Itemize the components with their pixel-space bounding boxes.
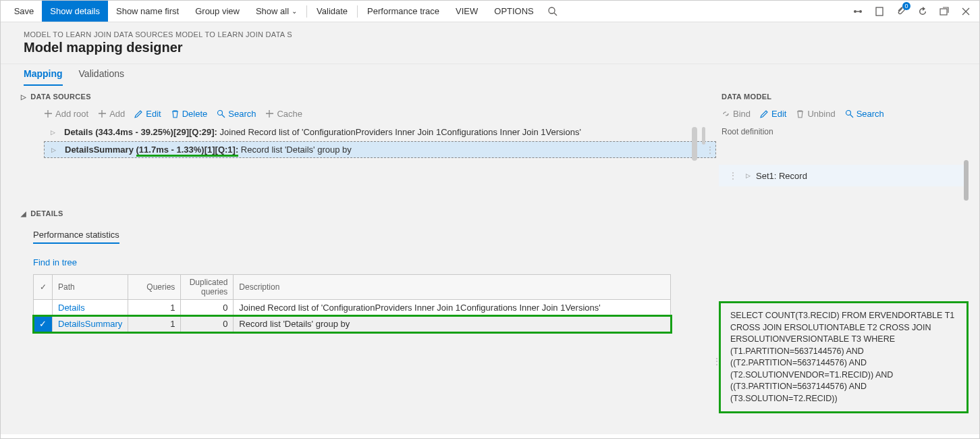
breadcrumb: MODEL TO LEARN JOIN DATA SOURCES MODEL T…	[24, 30, 966, 38]
desc-cell: Joined Record list of 'ConfigurationProv…	[234, 300, 671, 316]
svg-point-3	[859, 10, 862, 13]
expand-icon[interactable]: ▷	[51, 147, 56, 153]
svg-line-10	[222, 115, 225, 118]
tab-mapping[interactable]: Mapping	[24, 64, 63, 86]
dup-cell: 0	[181, 316, 234, 332]
show-details-button[interactable]: Show details	[42, 1, 108, 22]
sql-query-box: SELECT COUNT(T3.RECID) FROM ERVENDORTABL…	[719, 301, 969, 413]
popout-button[interactable]	[933, 1, 955, 22]
data-sources-tree: ▷ Details (343.4ms - 39.25%)[29][Q:29]: …	[14, 124, 716, 165]
show-name-first-button[interactable]: Show name first	[108, 1, 187, 22]
row-check[interactable]	[34, 300, 53, 316]
trash-icon	[171, 109, 180, 118]
office-icon[interactable]	[869, 1, 890, 22]
search-icon	[845, 109, 854, 118]
plus-icon	[44, 109, 53, 118]
grip-icon[interactable]: ⋮	[703, 145, 717, 155]
top-toolbar: Save Show details Show name first Group …	[1, 1, 979, 22]
options-menu[interactable]: OPTIONS	[486, 1, 542, 22]
col-description[interactable]: Description	[234, 275, 671, 300]
group-view-button[interactable]: Group view	[187, 1, 248, 22]
bind-button[interactable]: Bind	[722, 109, 751, 119]
close-icon	[960, 6, 971, 17]
tab-performance-statistics[interactable]: Performance statistics	[33, 227, 119, 244]
data-sources-header: ▷ DATA SOURCES	[14, 86, 716, 106]
svg-point-2	[854, 10, 856, 13]
show-all-label: Show all	[256, 6, 289, 16]
view-menu[interactable]: VIEW	[447, 1, 486, 22]
grip-icon[interactable]: ⋮	[709, 356, 724, 367]
link-icon	[722, 109, 730, 118]
svg-line-1	[554, 13, 557, 16]
tree-row[interactable]: ▷ DetailsSummary (11.7ms - 1.33%)[1][Q:1…	[44, 141, 716, 158]
expand-icon[interactable]: ▷	[746, 172, 751, 179]
attachments-button[interactable]: 0	[890, 1, 912, 22]
save-label: Save	[14, 6, 34, 16]
tree-row[interactable]: ▷ Details (343.4ms - 39.25%)[29][Q:29]: …	[44, 124, 716, 140]
collapse-icon[interactable]: ▷	[21, 93, 26, 101]
close-button[interactable]	[955, 1, 977, 22]
sub-tab-row: Performance statistics	[33, 227, 716, 244]
col-path[interactable]: Path	[53, 275, 128, 300]
details-section: ◢ DETAILS Performance statistics Find in…	[14, 203, 716, 332]
add-button[interactable]: Add	[98, 109, 125, 119]
data-model-header: DATA MODEL	[719, 86, 969, 106]
pencil-icon	[760, 109, 769, 118]
root-definition-label: Root definition	[719, 126, 969, 140]
edit-button[interactable]: Edit	[760, 109, 786, 119]
expand-icon[interactable]: ▷	[51, 129, 55, 136]
scrollbar[interactable]	[692, 127, 697, 161]
col-queries[interactable]: Queries	[128, 275, 181, 300]
search-button[interactable]	[542, 1, 564, 22]
separator	[306, 5, 307, 18]
popout-icon	[939, 6, 950, 17]
save-button[interactable]: Save	[3, 1, 42, 22]
row-check[interactable]: ✓	[34, 316, 53, 332]
search-icon	[547, 6, 558, 17]
svg-point-11	[846, 111, 850, 115]
refresh-button[interactable]	[912, 1, 933, 22]
queries-cell: 1	[128, 300, 181, 316]
scrollbar[interactable]	[702, 127, 705, 145]
path-link[interactable]: Details	[58, 303, 85, 313]
svg-line-12	[850, 115, 853, 118]
trash-icon	[796, 109, 805, 118]
separator	[357, 5, 358, 18]
collapse-icon[interactable]: ◢	[21, 210, 26, 217]
col-check[interactable]: ✓	[34, 275, 53, 300]
tab-row: Mapping Validations	[1, 64, 979, 86]
plus-icon	[265, 109, 274, 118]
search-button[interactable]: Search	[217, 109, 256, 119]
performance-table: ✓ Path Queries Duplicated queries Descri…	[33, 274, 671, 332]
tree-node-label: Set1: Record	[756, 171, 807, 181]
queries-cell: 1	[128, 316, 181, 332]
data-model-toolbar: Bind Edit Unbind Search	[719, 106, 969, 126]
link-icon	[852, 6, 863, 17]
grip-icon[interactable]: ⋮	[726, 170, 740, 181]
office-app-icon	[874, 6, 885, 17]
pencil-icon	[134, 109, 143, 118]
unbind-button[interactable]: Unbind	[796, 109, 835, 119]
show-all-button[interactable]: Show all ⌄	[248, 1, 305, 22]
table-row[interactable]: Details 1 0 Joined Record list of 'Confi…	[34, 300, 671, 316]
add-root-button[interactable]: Add root	[44, 109, 88, 119]
attachments-badge: 0	[902, 2, 910, 10]
data-sources-label: DATA SOURCES	[30, 93, 91, 101]
path-link[interactable]: DetailsSummary	[58, 319, 122, 329]
find-in-tree-link[interactable]: Find in tree	[33, 257, 77, 267]
tree-row-text: Details (343.4ms - 39.25%)[29][Q:29]: Jo…	[64, 127, 581, 137]
edit-button[interactable]: Edit	[134, 109, 161, 119]
delete-button[interactable]: Delete	[171, 109, 208, 119]
tab-validations[interactable]: Validations	[79, 64, 124, 86]
search-button[interactable]: Search	[845, 109, 884, 119]
validate-button[interactable]: Validate	[308, 1, 356, 22]
svg-point-9	[218, 111, 223, 115]
right-column: DATA MODEL Bind Edit Unbind Search Root …	[716, 86, 979, 434]
connector-icon[interactable]	[847, 1, 869, 22]
scrollbar[interactable]	[964, 160, 969, 201]
cache-button[interactable]: Cache	[265, 109, 302, 119]
col-duplicated[interactable]: Duplicated queries	[181, 275, 234, 300]
data-model-tree-row[interactable]: ⋮ ▷ Set1: Record	[719, 165, 969, 186]
table-row[interactable]: ✓ DetailsSummary 1 0 Record list 'Detail…	[34, 316, 671, 332]
performance-trace-button[interactable]: Performance trace	[359, 1, 447, 22]
